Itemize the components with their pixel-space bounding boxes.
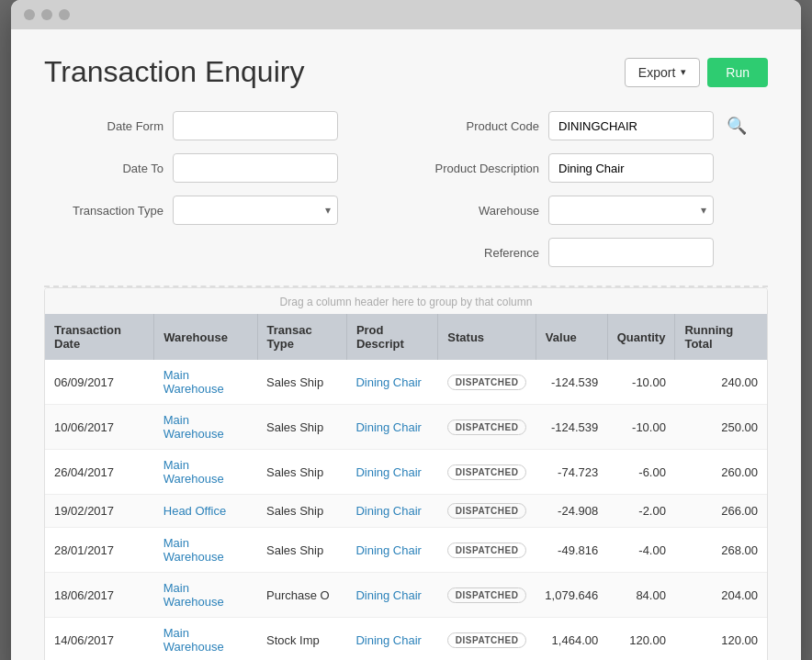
product-code-label: Product Code — [420, 119, 539, 133]
warehouse-select[interactable] — [548, 196, 714, 225]
status-badge: DISPATCHED — [447, 419, 527, 435]
cell-warehouse[interactable]: Main Warehouse — [154, 450, 257, 495]
reference-row: Reference — [420, 238, 768, 267]
table-header-row: Transaction Date Warehouse Transac Type … — [45, 314, 767, 360]
cell-prod-descript[interactable]: Dining Chair — [346, 573, 437, 618]
warehouse-row: Warehouse — [420, 196, 768, 225]
cell-transac-type: Sales Ship — [257, 405, 346, 450]
table-row: 14/06/2017 Main Warehouse Stock Imp Dini… — [45, 618, 767, 661]
cell-running-total: 240.00 — [675, 360, 767, 405]
col-quantity[interactable]: Quantity — [607, 314, 675, 360]
cell-value: -49.816 — [536, 528, 607, 573]
header-actions: Export ▾ Run — [625, 58, 768, 87]
page-header: Transaction Enquiry Export ▾ Run — [44, 55, 768, 89]
cell-value: 1,079.646 — [536, 573, 607, 618]
cell-prod-descript[interactable]: Dining Chair — [346, 495, 437, 528]
cell-status: DISPATCHED — [438, 450, 536, 495]
group-hint: Drag a column header here to group by th… — [45, 288, 767, 314]
cell-date: 10/06/2017 — [45, 405, 154, 450]
col-transaction-date[interactable]: Transaction Date — [45, 314, 154, 360]
col-prod-descript[interactable]: Prod Descript — [346, 314, 437, 360]
cell-date: 18/06/2017 — [45, 573, 154, 618]
cell-warehouse[interactable]: Head Office — [154, 495, 257, 528]
table-row: 26/04/2017 Main Warehouse Sales Ship Din… — [45, 450, 767, 495]
col-value[interactable]: Value — [536, 314, 607, 360]
product-code-input[interactable] — [548, 111, 714, 140]
results-table-wrap: Drag a column header here to group by th… — [44, 287, 768, 660]
export-button[interactable]: Export ▾ — [625, 58, 700, 87]
cell-transac-type: Sales Ship — [257, 450, 346, 495]
cell-warehouse[interactable]: Main Warehouse — [154, 528, 257, 573]
reference-input[interactable] — [548, 238, 714, 267]
transaction-type-label: Transaction Type — [44, 204, 164, 218]
status-badge: DISPATCHED — [447, 587, 527, 603]
cell-date: 19/02/2017 — [45, 495, 154, 528]
cell-warehouse[interactable]: Main Warehouse — [154, 618, 257, 661]
cell-value: -124.539 — [536, 360, 607, 405]
col-transac-type[interactable]: Transac Type — [257, 314, 346, 360]
cell-quantity: -2.00 — [607, 495, 675, 528]
cell-warehouse[interactable]: Main Warehouse — [154, 405, 257, 450]
cell-prod-descript[interactable]: Dining Chair — [346, 405, 437, 450]
cell-status: DISPATCHED — [438, 495, 536, 528]
chevron-down-icon: ▾ — [681, 66, 686, 78]
filter-form: Date Form Date To Transaction Type — [44, 111, 768, 267]
table-row: 19/02/2017 Head Office Sales Ship Dining… — [45, 495, 767, 528]
warehouse-label: Warehouse — [420, 204, 539, 218]
date-form-label: Date Form — [44, 119, 164, 133]
transaction-type-row: Transaction Type — [44, 196, 392, 225]
cell-running-total: 268.00 — [675, 528, 767, 573]
cell-transac-type: Sales Ship — [257, 495, 346, 528]
warehouse-select-wrap — [548, 196, 714, 225]
cell-quantity: -6.00 — [607, 450, 675, 495]
cell-date: 06/09/2017 — [45, 360, 154, 405]
cell-prod-descript[interactable]: Dining Chair — [346, 528, 437, 573]
cell-status: DISPATCHED — [438, 573, 536, 618]
cell-date: 26/04/2017 — [45, 450, 154, 495]
main-window: Transaction Enquiry Export ▾ Run Date Fo… — [11, 0, 801, 660]
date-to-input[interactable] — [173, 153, 338, 183]
product-description-input[interactable] — [548, 153, 714, 183]
cell-quantity: -10.00 — [607, 360, 675, 405]
table-row: 28/01/2017 Main Warehouse Sales Ship Din… — [45, 528, 767, 573]
table-row: 18/06/2017 Main Warehouse Purchase O Din… — [45, 573, 767, 618]
cell-date: 28/01/2017 — [45, 528, 154, 573]
reference-label: Reference — [420, 246, 539, 260]
search-icon: 🔍 — [727, 117, 747, 135]
cell-prod-descript[interactable]: Dining Chair — [346, 618, 437, 661]
col-running-total[interactable]: Running Total — [675, 314, 767, 360]
cell-transac-type: Stock Imp — [257, 618, 346, 661]
date-form-row: Date Form — [44, 111, 392, 140]
cell-warehouse[interactable]: Main Warehouse — [154, 360, 257, 405]
cell-prod-descript[interactable]: Dining Chair — [346, 450, 437, 495]
dot-2 — [41, 9, 52, 20]
col-status[interactable]: Status — [438, 314, 536, 360]
status-badge: DISPATCHED — [447, 503, 527, 519]
product-code-row: Product Code 🔍 — [420, 111, 768, 140]
search-icon-button[interactable]: 🔍 — [723, 116, 750, 136]
run-button[interactable]: Run — [707, 58, 768, 87]
product-description-label: Product Description — [420, 162, 539, 175]
cell-quantity: -4.00 — [607, 528, 675, 573]
date-form-input[interactable] — [173, 111, 338, 140]
cell-value: -124.539 — [536, 405, 607, 450]
date-to-row: Date To — [44, 153, 392, 183]
cell-date: 14/06/2017 — [45, 618, 154, 661]
page-title: Transaction Enquiry — [44, 55, 304, 89]
dot-1 — [24, 9, 35, 20]
status-badge: DISPATCHED — [447, 543, 527, 558]
title-bar — [11, 0, 801, 29]
cell-value: -74.723 — [536, 450, 607, 495]
table-row: 10/06/2017 Main Warehouse Sales Ship Din… — [45, 405, 767, 450]
cell-prod-descript[interactable]: Dining Chair — [346, 360, 437, 405]
cell-status: DISPATCHED — [438, 360, 536, 405]
cell-transac-type: Purchase O — [257, 573, 346, 618]
transaction-type-select[interactable] — [173, 196, 338, 225]
col-warehouse[interactable]: Warehouse — [154, 314, 257, 360]
cell-running-total: 260.00 — [675, 450, 767, 495]
dot-3 — [59, 9, 70, 20]
cell-warehouse[interactable]: Main Warehouse — [154, 573, 257, 618]
status-badge: DISPATCHED — [447, 464, 527, 480]
status-badge: DISPATCHED — [447, 632, 527, 648]
cell-quantity: -10.00 — [607, 405, 675, 450]
